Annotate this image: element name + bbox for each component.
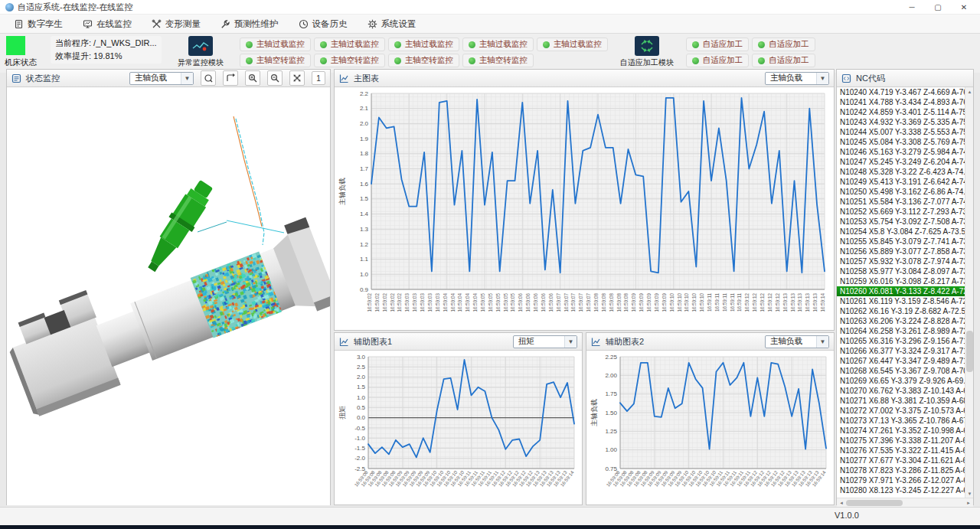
nc-panel-title: NC代码 [856, 73, 885, 84]
nc-code-row[interactable]: N10257 X5.932 Y-3.078 Z-7.974 A-73.243 [837, 256, 973, 266]
svg-text:16:59:13: 16:59:13 [782, 293, 788, 312]
nc-code-row[interactable]: N10263 X6.206 Y-3.224 Z-8.828 A-72.33 C [837, 316, 973, 326]
nc-code-row[interactable]: N10278 X7.823 Y-3.286 Z-11.825 A-63.73 [837, 465, 973, 475]
machine-3d-viewport[interactable] [7, 87, 330, 505]
nc-code-row[interactable]: N10255 X5.845 Y-3.079 Z-7.741 A-73.458 [837, 237, 973, 247]
nc-code-row[interactable]: N10246 X5.163 Y-3.279 Z-5.984 A-74.892 [837, 147, 973, 157]
nc-code-row[interactable]: N10280 X8.123 Y-3.245 Z-12.227 A-62.23 [837, 485, 973, 495]
spindle-idle-monitor-button[interactable]: 主轴空转监控 [314, 54, 385, 67]
zoom-out-button[interactable] [267, 70, 283, 86]
svg-text:主轴负载: 主轴负载 [590, 399, 598, 426]
nc-code-row[interactable]: N10272 X7.002 Y-3.375 Z-10.573 A-68.05 [837, 406, 973, 416]
menu-item-online-monitoring[interactable]: 在线监控 [75, 16, 139, 32]
nc-code-row-selected[interactable]: N10260 X6.081 Y-3.133 Z-8.422 A-72.835 [837, 286, 973, 296]
aux-chart1-signal-dropdown[interactable]: 扭矩 ▼ [513, 335, 577, 348]
svg-text:16:59:04: 16:59:04 [472, 293, 478, 312]
nc-vertical-scrollbar[interactable]: ▲ ▼ [965, 87, 973, 498]
adaptive-machining-button[interactable]: 自适应加工 [686, 38, 750, 51]
nc-code-row[interactable]: N10273 X7.13 Y-3.365 Z-10.786 A-67.372 [837, 416, 973, 426]
nc-code-row[interactable]: N10248 X5.328 Y-3.22 Z-6.423 A-74.52 C [837, 167, 973, 177]
nc-code-row[interactable]: N10276 X7.535 Y-3.322 Z-11.415 A-65.22 [837, 446, 973, 456]
menu-item-digital-twin[interactable]: 数字孪生 [6, 16, 70, 32]
nc-code-row[interactable]: N10266 X6.377 Y-3.324 Z-9.317 A-71.443 [837, 346, 973, 356]
nc-code-row[interactable]: N10247 X5.245 Y-3.249 Z-6.204 A-74.701 [837, 157, 973, 167]
close-button[interactable]: ✕ [951, 1, 977, 13]
top-status-strip: 机床状态 当前程序: /_N_WKS_DIR... 效率提升: 19.81% 异… [0, 34, 980, 73]
zoom-in-button[interactable] [245, 70, 260, 86]
machine-status-indicator [6, 36, 25, 55]
nc-code-row[interactable]: N10251 X5.584 Y-3.136 Z-7.077 A-74.012 [837, 197, 973, 207]
spindle-idle-monitor-button[interactable]: 主轴空转监控 [240, 54, 311, 67]
spindle-overload-monitor-button[interactable]: 主轴过载监控 [314, 38, 385, 51]
nc-code-row[interactable]: N10241 X4.788 Y-3.434 Z-4.893 A-76.062 [837, 97, 973, 107]
nc-code-row[interactable]: N10270 X6.762 Y-3.383 Z-10.143 A-69.34 [837, 386, 973, 396]
nc-code-row[interactable]: N10250 X5.498 Y-3.162 Z-6.86 A-74.178 C [837, 187, 973, 197]
scroll-right-icon[interactable]: ▸ [964, 498, 973, 507]
nc-code-row[interactable]: N10258 X5.977 Y-3.084 Z-8.097 A-73.138 [837, 266, 973, 276]
nc-code-row[interactable]: N10264 X6.258 Y-3.261 Z-8.989 A-72.072 [837, 326, 973, 336]
nc-code-row[interactable]: N10265 X6.316 Y-3.296 Z-9.156 A-71.771 [837, 336, 973, 346]
view-signal-dropdown[interactable]: 主轴负载 ▼ [129, 72, 194, 85]
menu-item-device-history[interactable]: 设备历史 [291, 16, 355, 32]
nc-code-row[interactable]: N10244 X5.007 Y-3.338 Z-5.553 A-75.297 [837, 127, 973, 137]
spindle-idle-monitor-button[interactable]: 主轴空转监控 [462, 54, 534, 67]
menu-item-predictive-maintenance[interactable]: 预测性维护 [213, 16, 286, 32]
orbit-tool-button[interactable] [201, 70, 216, 86]
nc-code-row[interactable]: N10249 X5.413 Y-3.191 Z-6.642 A-74.346 [837, 177, 973, 187]
nc-code-row[interactable]: N10259 X6.016 Y-3.098 Z-8.217 A-73.036 [837, 276, 973, 286]
svg-text:16:59:06: 16:59:06 [518, 293, 523, 312]
svg-text:16:59:13: 16:59:13 [805, 293, 810, 312]
nc-code-row[interactable]: N10240 X4.719 Y-3.467 Z-4.669 A-76.396 [837, 87, 973, 97]
menu-item-deformation-measurement[interactable]: 变形测量 [144, 16, 208, 32]
nc-code-row[interactable]: N10261 X6.119 Y-3.159 Z-8.546 A-72.701 [837, 296, 973, 306]
nc-code-row[interactable]: N10269 X6.65 Y-3.379 Z-9.926 A-69.947 C [837, 376, 973, 386]
svg-text:16:59:09: 16:59:09 [639, 293, 644, 312]
spindle-overload-monitor-button[interactable]: 主轴过载监控 [388, 38, 459, 51]
maximize-button[interactable]: ▢ [925, 1, 951, 13]
nc-vscroll-thumb[interactable] [966, 331, 973, 372]
nc-code-row[interactable]: N10267 X6.447 Y-3.347 Z-9.489 A-71.055 [837, 356, 973, 366]
adaptive-machining-button[interactable]: 自适应加工 [686, 54, 750, 67]
adaptive-machining-button[interactable]: 自适应加工 [752, 38, 815, 51]
window-title: 自适应系统-在线监控-在线监控 [18, 2, 132, 13]
fit-view-button[interactable] [289, 70, 305, 86]
nc-code-row[interactable]: N10279 X7.971 Y-3.266 Z-12.027 A-62.98 [837, 475, 973, 485]
nc-code-row[interactable]: N10252 X5.669 Y-3.112 Z-7.293 A-73.844 [837, 207, 973, 217]
nc-hscroll-thumb[interactable] [846, 500, 903, 506]
main-chart-signal-dropdown[interactable]: 主轴负载 ▼ [765, 72, 829, 85]
nc-code-row[interactable]: N10275 X7.396 Y-3.338 Z-11.207 A-65.95 [837, 436, 973, 446]
nc-code-row[interactable]: N10277 X7.677 Y-3.304 Z-11.621 A-64.48 [837, 456, 973, 465]
menu-item-system-settings[interactable]: 系统设置 [360, 16, 424, 32]
nc-code-row[interactable]: N10254 X5.8 Y-3.084 Z-7.625 A-73.571 C [837, 227, 973, 237]
scroll-left-icon[interactable]: ◂ [837, 498, 846, 507]
nc-horizontal-scrollbar[interactable]: ◂ ▸ [837, 498, 973, 507]
scroll-up-icon[interactable]: ▲ [965, 87, 973, 96]
pan-tool-button[interactable] [223, 70, 238, 86]
spindle-overload-monitor-button[interactable]: 主轴过载监控 [462, 38, 534, 51]
svg-text:16:59:14: 16:59:14 [820, 293, 825, 312]
svg-text:16:59:12: 16:59:12 [752, 293, 757, 312]
nc-code-row[interactable]: N10253 X5.754 Y-3.092 Z-7.508 A-73.677 [837, 217, 973, 227]
status-dot-icon [543, 41, 550, 48]
adaptive-machining-button[interactable]: 自适应加工 [752, 54, 815, 67]
svg-text:16:59:10: 16:59:10 [699, 293, 704, 312]
svg-text:16:59:09: 16:59:09 [646, 293, 652, 312]
nc-code-row[interactable]: N10245 X5.084 Y-3.308 Z-5.769 A-75.088 [837, 137, 973, 147]
main-chart-canvas: 0.91.01.11.21.31.41.51.61.71.81.92.02.12… [335, 87, 834, 331]
minimize-button[interactable]: ─ [899, 1, 925, 13]
nc-code-row[interactable]: N10268 X6.545 Y-3.367 Z-9.708 A-70.519 [837, 366, 973, 376]
spindle-idle-monitor-button[interactable]: 主轴空转监控 [388, 54, 459, 67]
spindle-overload-monitor-button[interactable]: 主轴过载监控 [537, 38, 608, 51]
nc-code-row[interactable]: N10262 X6.16 Y-3.19 Z-8.682 A-72.534 C [837, 306, 973, 316]
nc-code-row[interactable]: N10271 X6.88 Y-3.381 Z-10.359 A-68.711 [837, 396, 973, 406]
nc-code-row[interactable]: N10243 X4.932 Y-3.369 Z-5.335 A-75.523 [837, 117, 973, 127]
scroll-down-icon[interactable]: ▼ [965, 489, 973, 498]
nc-code-row[interactable]: N10242 X4.859 Y-3.401 Z-5.114 A-75.775 [837, 107, 973, 117]
main-chart-panel: 主图表 主轴负载 ▼ 0.91.01.11.21.31.41.51.61.71.… [334, 69, 835, 331]
nc-code-row[interactable]: N10256 X5.889 Y-3.077 Z-7.858 A-73.348 [837, 247, 973, 256]
adaptive-module-label: 自适应加工模块 [620, 57, 674, 68]
aux-chart2-signal-dropdown[interactable]: 主轴负载 ▼ [765, 335, 829, 348]
spindle-overload-monitor-button[interactable]: 主轴过载监控 [240, 38, 311, 51]
nc-code-row[interactable]: N10274 X7.261 Y-3.352 Z-10.998 A-66.67 [837, 426, 973, 436]
monitor-icon [83, 19, 93, 29]
